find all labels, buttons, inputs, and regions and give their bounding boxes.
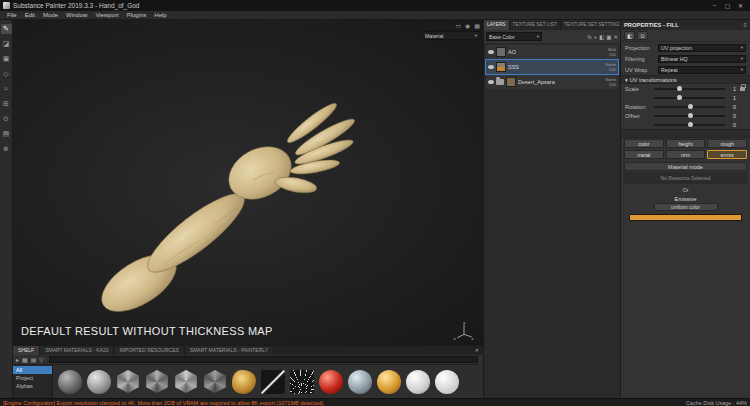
add-fill-layer-icon[interactable]: ◧ — [599, 34, 604, 40]
offset-y-slider[interactable] — [654, 124, 725, 126]
delete-layer-icon[interactable]: ✕ — [613, 34, 618, 40]
material-picker-icon[interactable]: ⊙ — [1, 114, 12, 124]
layer-opacity[interactable]: 100 — [605, 82, 616, 87]
shelf-search-input[interactable] — [49, 356, 478, 363]
material-gold-nugget[interactable] — [232, 370, 256, 394]
properties-panel: PROPERTIES - FILL ≡ ◧⊙ Projection UV pro… — [620, 20, 750, 398]
uv-transformations-section[interactable]: ▾ UV transformations — [621, 75, 750, 84]
menu-help[interactable]: Help — [150, 12, 170, 18]
tab-imported-resources[interactable]: IMPORTED RESOURCES — [114, 346, 184, 355]
add-paint-layer-icon[interactable]: + — [594, 34, 597, 40]
projection-dropdown[interactable]: UV projection ▾ — [658, 44, 746, 52]
channel-metal-button[interactable]: metal — [624, 150, 664, 159]
menu-file[interactable]: File — [3, 12, 21, 18]
material-sphere-gold[interactable] — [377, 370, 401, 394]
shelf-panel: SHELF SMART MATERIALS - KA20 IMPORTED RE… — [13, 345, 483, 398]
channel-color-button[interactable]: color — [624, 139, 664, 148]
display-settings-icon[interactable]: ⊛ — [1, 144, 12, 154]
material-sphere-halftone[interactable] — [435, 370, 459, 394]
menu-edit[interactable]: Edit — [21, 12, 39, 18]
material-sphere-steel[interactable] — [348, 370, 372, 394]
material-sphere-gray[interactable] — [87, 370, 111, 394]
maximize-button[interactable]: ▢ — [721, 2, 734, 9]
offset-x-slider[interactable] — [654, 115, 725, 117]
material-mode-button[interactable]: Material mode — [624, 162, 747, 171]
gizmo-z-label: z — [454, 337, 456, 341]
close-button[interactable]: ✕ — [734, 2, 747, 9]
layer-row-sss[interactable]: SSS Norm 100 — [486, 60, 618, 74]
layer-row-ao[interactable]: AO Mult 100 — [486, 45, 618, 59]
channel-nrm-button[interactable]: nrm — [666, 150, 706, 159]
alpha-hex-3[interactable] — [174, 370, 198, 394]
material-sphere-white[interactable] — [406, 370, 430, 394]
channel-dropdown[interactable]: Base Color ▾ — [486, 32, 542, 41]
2d-view-icon[interactable]: ▤ — [1, 129, 12, 139]
list-view-icon[interactable]: ▤ — [31, 356, 37, 363]
uniform-color-button[interactable]: uniform color — [654, 203, 718, 211]
menu-window[interactable]: Window — [62, 12, 91, 18]
navigation-gizmo[interactable]: y x z — [453, 320, 475, 342]
fill-properties-icon[interactable]: ◧ — [624, 31, 635, 40]
minimize-button[interactable]: – — [708, 2, 721, 9]
add-effect-icon[interactable]: fx — [587, 34, 591, 40]
tab-layers[interactable]: LAYERS — [484, 20, 510, 30]
filtering-dropdown[interactable]: Bilinear HQ ▾ — [658, 55, 746, 63]
category-all[interactable]: All — [13, 366, 52, 374]
brush-stroke-line[interactable] — [261, 370, 285, 394]
layer-name: AO — [508, 49, 516, 55]
menu-mode[interactable]: Mode — [39, 12, 62, 18]
rotation-slider[interactable] — [654, 106, 725, 108]
brush-stroke-rays[interactable] — [290, 370, 314, 394]
viewport-settings-icon[interactable]: ▦ — [474, 22, 480, 29]
scale-y-slider[interactable] — [654, 97, 725, 99]
filter-icon[interactable]: ▽ — [39, 356, 44, 363]
category-alphas[interactable]: Alphas — [13, 382, 52, 390]
uv-wrap-dropdown[interactable]: Repeat ▾ — [658, 66, 746, 74]
eraser-tool-icon[interactable]: ◪ — [1, 39, 12, 49]
category-project[interactable]: Project — [13, 374, 52, 382]
tab-texture-set-list[interactable]: TEXTURE SET LIST — [510, 20, 561, 30]
alpha-hex-2[interactable] — [145, 370, 169, 394]
layer-row-desert-apsara[interactable]: Desert_Apsara Norm 100 — [486, 75, 618, 89]
tools-toolbar: ✎◪▣◇≈⊞⊙▤⊛ — [0, 20, 13, 398]
projection-tool-icon[interactable]: ▣ — [1, 54, 12, 64]
smudge-tool-icon[interactable]: ≈ — [1, 84, 12, 94]
render-mode-icon[interactable]: ▭ — [455, 22, 461, 29]
emissive-color-swatch[interactable] — [629, 214, 742, 221]
model-3d-hand[interactable] — [13, 20, 483, 345]
menu-plugins[interactable]: Plugins — [123, 12, 151, 18]
channel-emiss-button[interactable]: emiss — [707, 150, 747, 159]
layer-opacity[interactable]: 100 — [608, 52, 616, 57]
viewport-material-dropdown[interactable]: Material ▾ — [422, 31, 480, 40]
polygon-fill-tool-icon[interactable]: ◇ — [1, 69, 12, 79]
material-sphere-red[interactable] — [319, 370, 343, 394]
camera-icon[interactable]: ◉ — [465, 22, 470, 29]
scale-link-lock-icon[interactable] — [740, 87, 745, 91]
layer-opacity[interactable]: 100 — [605, 67, 616, 72]
alpha-hex-1[interactable] — [116, 370, 140, 394]
add-folder-icon[interactable]: ▣ — [606, 34, 611, 40]
uv-wrap-field: UV Wrap Repeat ▾ — [621, 64, 750, 75]
folder-icon — [496, 79, 504, 85]
shelf-expand-icon[interactable]: ▸ — [16, 356, 19, 363]
scale-x-slider[interactable] — [654, 88, 725, 90]
viewport-3d[interactable]: ▭◉▦ Material ▾ — [13, 20, 483, 345]
tab-smart-materials-ka20[interactable]: SMART MATERIALS - KA20 — [40, 346, 114, 355]
clone-tool-icon[interactable]: ⊞ — [1, 99, 12, 109]
tab-texture-set-settings[interactable]: TEXTURE SET SETTINGS — [561, 20, 626, 30]
menu-viewport[interactable]: Viewport — [91, 12, 122, 18]
tab-shelf[interactable]: SHELF — [13, 346, 40, 355]
visibility-icon[interactable] — [488, 50, 494, 54]
grid-view-icon[interactable]: ▦ — [22, 356, 28, 363]
visibility-icon[interactable] — [488, 65, 494, 69]
shelf-close-icon[interactable]: ✕ — [471, 346, 483, 355]
alpha-hex-4[interactable] — [203, 370, 227, 394]
tab-smart-materials-painterly[interactable]: SMART MATERIALS - PAINTERLY — [185, 346, 274, 355]
channel-rough-button[interactable]: rough — [707, 139, 747, 148]
material-properties-icon[interactable]: ⊙ — [637, 31, 648, 40]
panel-menu-icon[interactable]: ≡ — [743, 22, 747, 28]
visibility-icon[interactable] — [488, 80, 494, 84]
brush-tool-icon[interactable]: ✎ — [1, 24, 12, 34]
material-sphere-dark[interactable] — [58, 370, 82, 394]
channel-height-button[interactable]: height — [666, 139, 706, 148]
